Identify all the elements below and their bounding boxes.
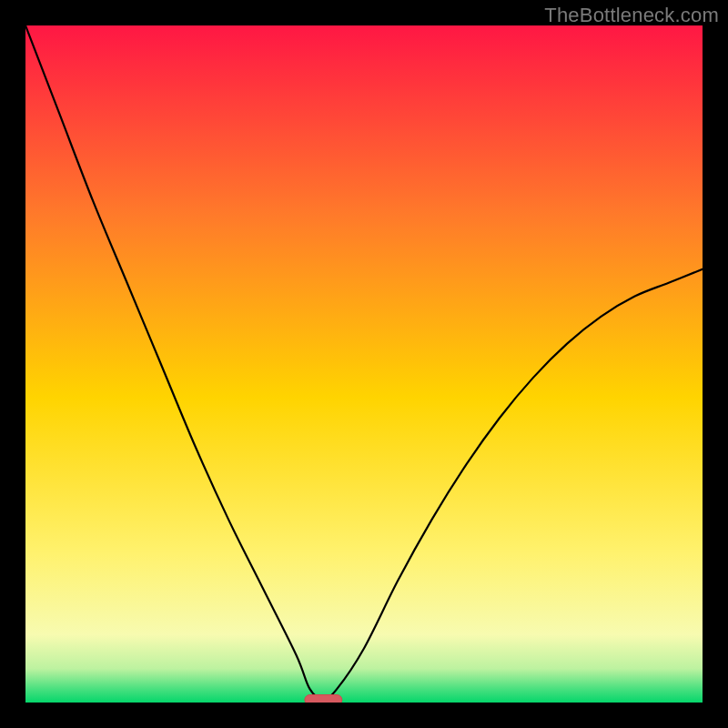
watermark-text: TheBottleneck.com xyxy=(544,4,719,27)
outer-frame: TheBottleneck.com xyxy=(0,0,728,728)
optimal-point-marker xyxy=(305,695,342,703)
chart-plot-area xyxy=(25,25,703,703)
gradient-background xyxy=(25,25,703,703)
chart-svg xyxy=(25,25,703,703)
